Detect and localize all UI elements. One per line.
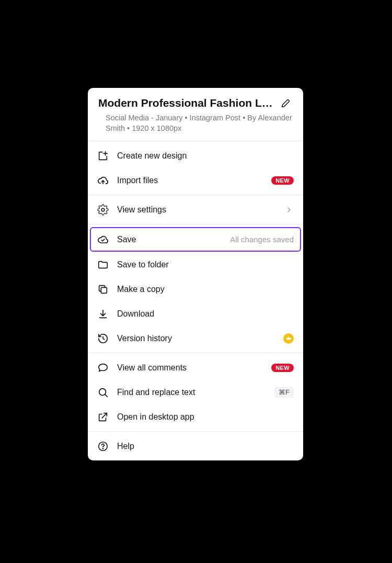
menu-item-label: Version history bbox=[117, 334, 275, 343]
menu-item-label: Help bbox=[117, 442, 294, 451]
menu-item-save[interactable]: Save All changes saved bbox=[90, 227, 301, 252]
menu-item-label: Find and replace text bbox=[117, 388, 266, 397]
svg-rect-1 bbox=[101, 287, 107, 293]
file-menu-panel: Modern Professional Fashion Lo... Social… bbox=[88, 88, 303, 460]
keyboard-shortcut: ⌘F bbox=[274, 387, 294, 398]
menu-item-import-files[interactable]: Import files NEW bbox=[88, 168, 303, 193]
history-icon bbox=[97, 333, 109, 344]
menu-item-download[interactable]: Download bbox=[88, 301, 303, 326]
menu-item-find-and-replace[interactable]: Find and replace text ⌘F bbox=[88, 380, 303, 404]
menu-item-label: Save bbox=[117, 235, 222, 244]
svg-point-4 bbox=[102, 448, 103, 449]
menu-item-view-all-comments[interactable]: View all comments NEW bbox=[88, 355, 303, 380]
menu-item-label: Make a copy bbox=[117, 285, 294, 294]
menu-item-make-a-copy[interactable]: Make a copy bbox=[88, 277, 303, 301]
menu-item-label: View settings bbox=[117, 205, 276, 215]
trailing bbox=[283, 333, 294, 344]
menu-item-help[interactable]: Help bbox=[88, 434, 303, 458]
download-icon bbox=[97, 308, 109, 320]
menu-group-tools: View all comments NEW Find and replace t… bbox=[88, 353, 303, 432]
menu-item-label: View all comments bbox=[117, 363, 263, 373]
new-badge: NEW bbox=[271, 364, 294, 372]
design-meta: Social Media - January • Instagram Post … bbox=[98, 113, 293, 133]
trailing: NEW bbox=[271, 176, 294, 185]
menu-header: Modern Professional Fashion Lo... Social… bbox=[88, 88, 303, 141]
create-new-icon bbox=[97, 150, 109, 162]
menu-item-label: Download bbox=[117, 309, 294, 319]
menu-item-version-history[interactable]: Version history bbox=[88, 326, 303, 351]
menu-item-label: Save to folder bbox=[117, 260, 294, 269]
folder-icon bbox=[97, 259, 109, 271]
menu-item-label: Import files bbox=[117, 176, 263, 185]
menu-item-label: Create new design bbox=[117, 151, 294, 161]
menu-item-create-new-design[interactable]: Create new design bbox=[88, 143, 303, 168]
svg-point-0 bbox=[101, 208, 105, 211]
cloud-check-icon bbox=[97, 234, 109, 245]
crown-badge-icon bbox=[283, 333, 294, 344]
menu-item-view-settings[interactable]: View settings bbox=[88, 197, 303, 222]
design-title[interactable]: Modern Professional Fashion Lo... bbox=[98, 96, 275, 110]
menu-group-help: Help bbox=[88, 432, 303, 460]
help-icon bbox=[97, 441, 109, 452]
chevron-right-icon bbox=[284, 205, 294, 215]
menu-item-open-in-desktop-app[interactable]: Open in desktop app bbox=[88, 404, 303, 429]
trailing: NEW bbox=[271, 364, 294, 372]
menu-group-view: View settings bbox=[88, 195, 303, 224]
trailing: ⌘F bbox=[274, 387, 294, 398]
search-icon bbox=[97, 387, 109, 398]
new-badge: NEW bbox=[271, 176, 294, 185]
external-link-icon bbox=[97, 411, 109, 423]
copy-icon bbox=[97, 284, 109, 295]
title-row: Modern Professional Fashion Lo... bbox=[98, 96, 293, 110]
menu-item-save-to-folder[interactable]: Save to folder bbox=[88, 252, 303, 277]
gear-icon bbox=[97, 204, 109, 216]
cloud-upload-icon bbox=[97, 175, 109, 186]
menu-item-label: Open in desktop app bbox=[117, 412, 294, 422]
edit-title-button[interactable] bbox=[279, 96, 293, 110]
comment-icon bbox=[97, 362, 109, 374]
menu-group-file: Save All changes saved Save to folder Ma… bbox=[88, 224, 303, 353]
save-status: All changes saved bbox=[230, 235, 294, 244]
menu-group-create: Create new design Import files NEW bbox=[88, 141, 303, 195]
pencil-icon bbox=[280, 97, 292, 109]
